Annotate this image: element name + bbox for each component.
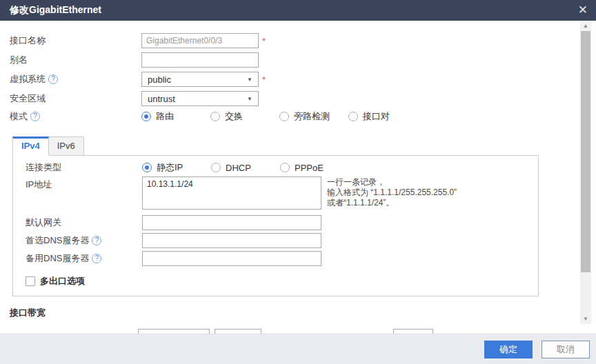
row-security-zone: 安全区域 untrust ▼ — [10, 91, 596, 106]
interface-name-input[interactable] — [141, 33, 259, 48]
primary-dns-input[interactable] — [142, 233, 321, 248]
cancel-button[interactable]: 取消 — [542, 341, 590, 358]
row-multi-exit: 多出口选项 — [26, 275, 538, 287]
row-alias: 别名 — [10, 52, 596, 68]
ip-address-textarea[interactable]: 10.13.1.1/24 — [142, 176, 321, 210]
connection-type-label: 连接类型 — [26, 161, 142, 174]
radio-icon — [141, 112, 151, 121]
help-icon[interactable]: ? — [30, 112, 40, 121]
mode-radio-route[interactable]: 路由 — [141, 110, 210, 123]
mode-radio-switch[interactable]: 交换 — [210, 110, 279, 123]
default-gateway-label: 默认网关 — [26, 216, 142, 229]
help-icon[interactable]: ? — [48, 74, 58, 84]
row-virtual-system: 虚拟系统 ? public ▼ * — [10, 72, 596, 87]
multi-exit-label: 多出口选项 — [40, 275, 85, 287]
bandwidth-section-title: 接口带宽 — [10, 307, 596, 319]
radio-icon — [210, 112, 220, 121]
default-gateway-input[interactable] — [142, 215, 321, 230]
security-zone-label: 安全区域 — [10, 92, 141, 105]
secondary-dns-input[interactable] — [142, 251, 321, 266]
dialog-footer: 确定 取消 — [0, 334, 596, 364]
chevron-down-icon: ▼ — [247, 96, 252, 102]
scroll-down-icon[interactable]: ▼ — [580, 314, 591, 324]
tab-ipv4[interactable]: IPv4 — [12, 136, 49, 156]
row-mode: 模式 ? 路由 交换 旁路检测 接口对 — [10, 110, 596, 122]
help-icon[interactable]: ? — [92, 254, 101, 263]
radio-icon — [279, 112, 289, 121]
conn-radio-dhcp[interactable]: DHCP — [211, 163, 280, 173]
row-ip-address: IP地址 10.13.1.1/24 一行一条记录， 输入格式为 “1.1.1.1… — [26, 176, 538, 210]
row-interface-name: 接口名称 * — [10, 33, 596, 48]
ip-tabs: IPv4 IPv6 — [12, 136, 596, 155]
vertical-scrollbar[interactable]: ▲ ▼ — [580, 21, 591, 324]
multi-exit-checkbox[interactable] — [26, 276, 35, 286]
row-secondary-dns: 备用DNS服务器 ? — [26, 251, 538, 266]
interface-form: 接口名称 * 别名 虚拟系统 ? public ▼ * 安全区域 untrust… — [0, 21, 596, 122]
radio-icon — [211, 163, 221, 172]
chevron-down-icon: ▼ — [247, 77, 252, 83]
mode-label: 模式 — [10, 110, 28, 123]
conn-radio-static-ip[interactable]: 静态IP — [142, 161, 211, 174]
virtual-system-select[interactable]: public ▼ — [141, 72, 259, 87]
scrollbar-thumb[interactable] — [581, 31, 590, 272]
virtual-system-value: public — [148, 74, 171, 85]
alias-label: 别名 — [10, 54, 141, 66]
security-zone-select[interactable]: untrust ▼ — [141, 91, 259, 106]
primary-dns-label: 首选DNS服务器 — [26, 234, 89, 247]
security-zone-value: untrust — [148, 94, 175, 104]
row-primary-dns: 首选DNS服务器 ? — [26, 233, 538, 248]
mode-radio-bypass[interactable]: 旁路检测 — [279, 110, 348, 123]
virtual-system-label: 虚拟系统 — [10, 73, 46, 85]
close-icon[interactable]: ✕ — [578, 3, 588, 18]
required-mark: * — [262, 74, 266, 85]
mode-radio-interface-pair[interactable]: 接口对 — [348, 110, 390, 123]
scroll-up-icon[interactable]: ▲ — [580, 21, 591, 31]
row-connection-type: 连接类型 静态IP DHCP PPPoE — [26, 161, 538, 174]
radio-icon — [142, 163, 152, 172]
ip-address-label: IP地址 — [26, 176, 142, 191]
tab-ipv6[interactable]: IPv6 — [49, 136, 84, 156]
radio-icon — [280, 163, 290, 172]
required-mark: * — [262, 36, 266, 46]
ipv4-panel: 连接类型 静态IP DHCP PPPoE IP地址 10.13.1.1/24 一… — [12, 155, 539, 296]
radio-icon — [348, 112, 358, 121]
help-icon[interactable]: ? — [92, 236, 101, 245]
ok-button[interactable]: 确定 — [484, 341, 533, 358]
row-default-gateway: 默认网关 — [26, 215, 538, 230]
dialog-title: 修改GigabitEthernet — [10, 4, 101, 17]
alias-input[interactable] — [141, 52, 259, 68]
dialog-titlebar: 修改GigabitEthernet ✕ — [0, 0, 596, 21]
ip-format-hint: 一行一条记录， 输入格式为 “1.1.1.1/255.255.255.0” 或者… — [327, 176, 457, 208]
secondary-dns-label: 备用DNS服务器 — [26, 252, 89, 265]
interface-name-label: 接口名称 — [10, 34, 141, 47]
conn-radio-pppoe[interactable]: PPPoE — [280, 163, 324, 173]
